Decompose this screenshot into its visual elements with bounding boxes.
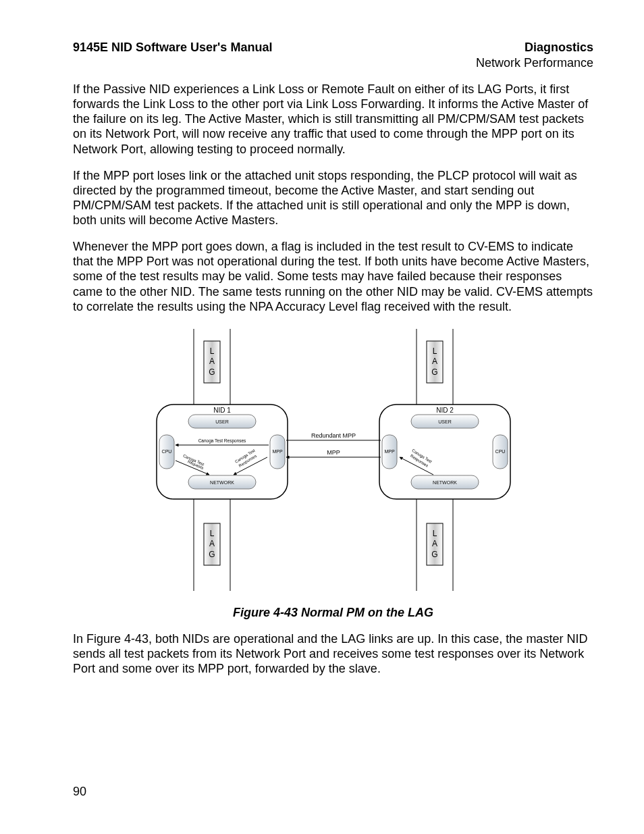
mpp-label: MPP	[384, 449, 395, 454]
lag-letter: A	[431, 539, 437, 548]
lag-letter: G	[431, 550, 437, 559]
lag-letter: G	[209, 550, 215, 559]
redundant-mpp-label: Redundant MPP	[311, 432, 355, 439]
paragraph-3: Whenever the MPP port goes down, a flag …	[73, 239, 593, 314]
figure-caption: Figure 4-43 Normal PM on the LAG	[144, 606, 522, 620]
paragraph-4: In Figure 4-43, both NIDs are operationa…	[73, 631, 593, 676]
header-right: Diagnostics	[525, 41, 593, 55]
lag-letter: G	[431, 367, 437, 377]
header-left: 9145E NID Software User's Manual	[73, 41, 272, 55]
page: 9145E NID Software User's Manual Diagnos…	[0, 0, 644, 834]
lag-letter: A	[209, 357, 214, 366]
paragraph-2: If the MPP port loses link or the attach…	[73, 168, 593, 228]
cpu-label: CPU	[495, 449, 505, 454]
mpp-label: MPP	[272, 449, 283, 454]
nid1-label: NID 1	[213, 407, 231, 414]
user-label: USER	[215, 419, 228, 424]
lag-letter: A	[209, 539, 214, 548]
cpu-label: CPU	[161, 449, 171, 454]
canoga-resp-label: Canoga Test Responses	[198, 438, 246, 444]
user-label: USER	[438, 419, 451, 424]
lag-letter: L	[432, 529, 437, 538]
network-label: NETWORK	[433, 480, 457, 485]
mpp-line-label: MPP	[327, 449, 340, 456]
figure-container: L A G NID 1 USER NETWORK CPU MPP Canoga …	[144, 329, 522, 620]
lag-letter: G	[209, 367, 215, 377]
lag-letter: L	[209, 346, 214, 356]
header-row: 9145E NID Software User's Manual Diagnos…	[73, 41, 593, 55]
nid2-label: NID 2	[436, 407, 454, 414]
page-number: 90	[73, 785, 86, 799]
network-label: NETWORK	[210, 480, 234, 485]
header-sub-right: Network Performance	[73, 56, 593, 70]
lag-letter: L	[209, 529, 214, 538]
paragraph-1: If the Passive NID experiences a Link Lo…	[73, 82, 593, 157]
lag-letter: A	[431, 357, 437, 366]
figure-svg: L A G NID 1 USER NETWORK CPU MPP Canoga …	[144, 329, 522, 599]
lag-letter: L	[432, 346, 437, 356]
